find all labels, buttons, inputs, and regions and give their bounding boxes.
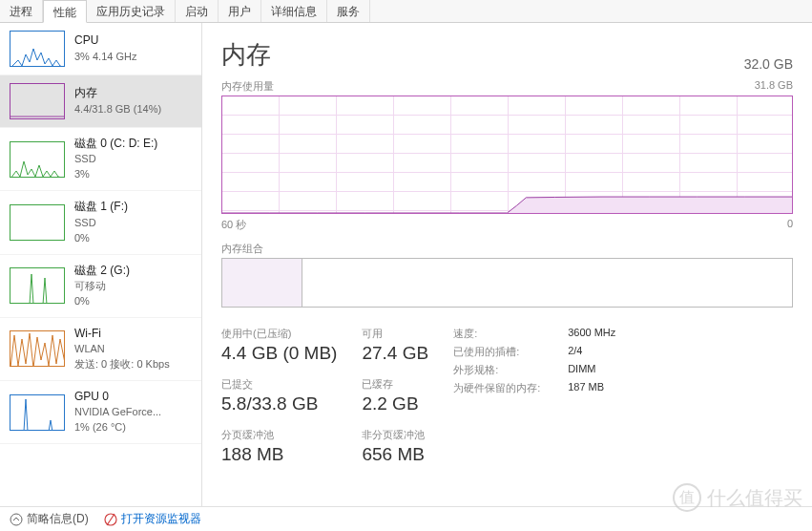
composition-label-row: 内存组合 bbox=[221, 242, 793, 256]
stat-inuse: 使用中(已压缩) 4.4 GB (0 MB) bbox=[221, 327, 337, 364]
usage-graph-max: 31.8 GB bbox=[755, 79, 793, 94]
sidebar: CPU3% 4.14 GHz内存4.4/31.8 GB (14%)磁盘 0 (C… bbox=[0, 23, 202, 506]
meta-slots: 已使用的插槽: 2/4 bbox=[453, 345, 615, 359]
meta-value: 2/4 bbox=[568, 345, 582, 359]
composition-used-segment bbox=[222, 259, 302, 307]
open-resource-monitor-label: 打开资源监视器 bbox=[121, 511, 201, 527]
footer: 简略信息(D) 打开资源监视器 bbox=[0, 506, 812, 531]
sidebar-thumb bbox=[10, 267, 65, 304]
fewer-details-button[interactable]: 简略信息(D) bbox=[10, 511, 89, 527]
stat-value: 5.8/33.8 GB bbox=[221, 393, 337, 414]
sidebar-item-sub1: 可移动 bbox=[74, 279, 130, 294]
sidebar-item-title: GPU 0 bbox=[74, 389, 161, 405]
sidebar-item-磁盘 2 (G:)[interactable]: 磁盘 2 (G:)可移动0% bbox=[0, 255, 201, 318]
meta-form: 外形规格: DIMM bbox=[453, 363, 615, 377]
tab-启动[interactable]: 启动 bbox=[176, 0, 219, 22]
tab-应用历史记录[interactable]: 应用历史记录 bbox=[87, 0, 176, 22]
stat-available: 可用 27.4 GB bbox=[362, 327, 428, 364]
meta-reserved: 为硬件保留的内存: 187 MB bbox=[453, 381, 615, 395]
sidebar-thumb bbox=[10, 83, 65, 119]
sidebar-item-title: CPU bbox=[74, 32, 136, 49]
sidebar-text: 磁盘 2 (G:)可移动0% bbox=[74, 263, 130, 309]
usage-graph-x-axis: 60 秒 0 bbox=[221, 218, 793, 232]
tab-服务[interactable]: 服务 bbox=[327, 0, 370, 22]
tab-strip: 进程性能应用历史记录启动用户详细信息服务 bbox=[0, 0, 812, 23]
stat-committed: 已提交 5.8/33.8 GB bbox=[221, 377, 337, 414]
open-resource-monitor-button[interactable]: 打开资源监视器 bbox=[104, 511, 201, 527]
sidebar-item-sub1: 4.4/31.8 GB (14%) bbox=[74, 102, 161, 117]
meta-speed: 速度: 3600 MHz bbox=[453, 327, 615, 341]
x-left: 60 秒 bbox=[221, 218, 246, 232]
sidebar-item-sub1: WLAN bbox=[74, 342, 170, 357]
tab-用户[interactable]: 用户 bbox=[219, 0, 261, 22]
sidebar-item-内存[interactable]: 内存4.4/31.8 GB (14%) bbox=[0, 75, 201, 128]
sidebar-item-sub2: 1% (26 °C) bbox=[74, 420, 161, 435]
sidebar-item-sub1: SSD bbox=[74, 216, 128, 231]
stat-paged: 分页缓冲池 188 MB bbox=[221, 428, 337, 465]
fewer-details-label: 简略信息(D) bbox=[27, 511, 89, 527]
sidebar-text: 磁盘 0 (C: D: E:)SSD3% bbox=[74, 136, 157, 182]
sidebar-item-title: 磁盘 1 (F:) bbox=[74, 199, 128, 215]
stat-label: 可用 bbox=[362, 327, 428, 341]
usage-graph-line bbox=[222, 96, 792, 213]
meta-value: 3600 MHz bbox=[568, 327, 615, 341]
stats-col-1: 使用中(已压缩) 4.4 GB (0 MB) 已提交 5.8/33.8 GB 分… bbox=[221, 327, 337, 478]
tab-性能[interactable]: 性能 bbox=[43, 0, 87, 23]
sidebar-text: Wi-FiWLAN发送: 0 接收: 0 Kbps bbox=[74, 326, 170, 372]
body: CPU3% 4.14 GHz内存4.4/31.8 GB (14%)磁盘 0 (C… bbox=[0, 23, 812, 506]
sidebar-item-title: Wi-Fi bbox=[74, 326, 170, 342]
svg-point-0 bbox=[10, 514, 22, 525]
sidebar-item-sub2: 0% bbox=[74, 294, 130, 309]
main-panel: 内存 32.0 GB 内存使用量 31.8 GB 60 秒 0 内存组合 bbox=[202, 23, 812, 506]
sidebar-item-磁盘 0 (C: D: E:)[interactable]: 磁盘 0 (C: D: E:)SSD3% bbox=[0, 128, 201, 191]
stat-value: 27.4 GB bbox=[362, 343, 428, 364]
usage-graph bbox=[221, 96, 793, 214]
sidebar-item-sub2: 0% bbox=[74, 231, 128, 246]
tab-详细信息[interactable]: 详细信息 bbox=[261, 0, 327, 22]
tab-进程[interactable]: 进程 bbox=[0, 0, 43, 22]
usage-graph-label-row: 内存使用量 31.8 GB bbox=[221, 79, 793, 94]
stat-value: 188 MB bbox=[221, 444, 337, 465]
sidebar-item-title: 磁盘 2 (G:) bbox=[74, 263, 130, 279]
stat-label: 分页缓冲池 bbox=[221, 428, 337, 442]
sidebar-text: GPU 0NVIDIA GeForce...1% (26 °C) bbox=[74, 389, 161, 435]
sidebar-item-sub1: SSD bbox=[74, 152, 157, 167]
meta-value: 187 MB bbox=[568, 381, 604, 395]
sidebar-item-CPU[interactable]: CPU3% 4.14 GHz bbox=[0, 23, 201, 75]
resource-monitor-icon bbox=[104, 513, 117, 526]
sidebar-item-GPU 0[interactable]: GPU 0NVIDIA GeForce...1% (26 °C) bbox=[0, 381, 201, 444]
sidebar-item-sub2: 发送: 0 接收: 0 Kbps bbox=[74, 357, 170, 372]
sidebar-item-sub2: 3% bbox=[74, 167, 157, 182]
stat-label: 使用中(已压缩) bbox=[221, 327, 337, 341]
sidebar-item-title: 磁盘 0 (C: D: E:) bbox=[74, 136, 157, 152]
x-right: 0 bbox=[787, 218, 793, 232]
usage-graph-label: 内存使用量 bbox=[221, 79, 274, 94]
sidebar-thumb bbox=[10, 141, 65, 178]
sidebar-thumb bbox=[10, 31, 65, 67]
stat-value: 4.4 GB (0 MB) bbox=[221, 343, 337, 364]
meta-label: 速度: bbox=[453, 327, 568, 341]
memory-capacity: 32.0 GB bbox=[744, 56, 793, 72]
memory-composition bbox=[221, 258, 793, 308]
sidebar-item-磁盘 1 (F:)[interactable]: 磁盘 1 (F:)SSD0% bbox=[0, 191, 201, 254]
sidebar-item-title: 内存 bbox=[74, 85, 161, 101]
meta-label: 为硬件保留的内存: bbox=[453, 381, 568, 395]
stat-cached: 已缓存 2.2 GB bbox=[362, 377, 428, 414]
sidebar-thumb bbox=[10, 330, 65, 367]
composition-free-segment bbox=[303, 259, 792, 307]
meta-label: 外形规格: bbox=[453, 363, 568, 377]
chevron-up-icon bbox=[10, 513, 23, 526]
main-header: 内存 32.0 GB bbox=[221, 38, 793, 72]
sidebar-item-sub1: NVIDIA GeForce... bbox=[74, 405, 161, 420]
sidebar-item-Wi-Fi[interactable]: Wi-FiWLAN发送: 0 接收: 0 Kbps bbox=[0, 318, 201, 381]
stats-col-2: 可用 27.4 GB 已缓存 2.2 GB 非分页缓冲池 656 MB bbox=[362, 327, 428, 478]
sidebar-item-sub1: 3% 4.14 GHz bbox=[74, 50, 136, 65]
composition-label: 内存组合 bbox=[221, 242, 263, 256]
stats-block: 使用中(已压缩) 4.4 GB (0 MB) 已提交 5.8/33.8 GB 分… bbox=[221, 327, 793, 478]
stat-label: 已提交 bbox=[221, 377, 337, 392]
page-title: 内存 bbox=[221, 38, 271, 72]
meta-label: 已使用的插槽: bbox=[453, 345, 568, 359]
meta-block: 速度: 3600 MHz 已使用的插槽: 2/4 外形规格: DIMM 为硬件保… bbox=[453, 327, 615, 478]
stat-label: 非分页缓冲池 bbox=[362, 428, 428, 442]
stat-value: 656 MB bbox=[362, 444, 428, 465]
